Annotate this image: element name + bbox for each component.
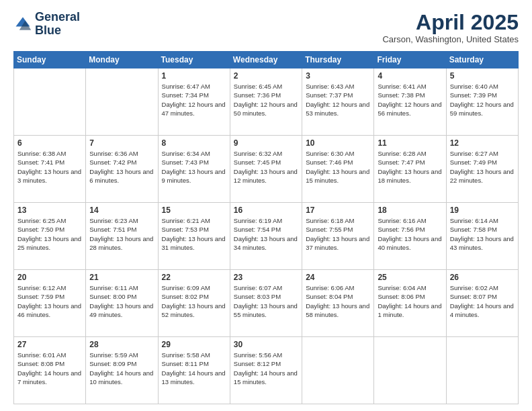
day-info: Sunrise: 6:01 AMSunset: 8:08 PMDaylight:… (17, 351, 82, 386)
day-info: Sunrise: 6:30 AMSunset: 7:46 PMDaylight:… (306, 149, 370, 185)
calendar-cell: 1Sunrise: 6:47 AMSunset: 7:34 PMDaylight… (158, 68, 230, 136)
calendar-cell: 20Sunrise: 6:12 AMSunset: 7:59 PMDayligh… (14, 270, 86, 337)
calendar-week-row: 6Sunrise: 6:38 AMSunset: 7:41 PMDaylight… (14, 136, 519, 203)
day-number: 19 (450, 205, 515, 215)
calendar-cell (14, 68, 86, 136)
logo-line1: General (35, 11, 80, 24)
calendar-cell: 29Sunrise: 5:58 AMSunset: 8:11 PMDayligh… (158, 337, 230, 404)
day-info: Sunrise: 6:14 AMSunset: 7:58 PMDaylight:… (450, 216, 515, 252)
day-info: Sunrise: 6:23 AMSunset: 7:51 PMDaylight:… (89, 216, 154, 252)
calendar-cell: 16Sunrise: 6:19 AMSunset: 7:54 PMDayligh… (230, 203, 302, 270)
day-info: Sunrise: 5:56 AMSunset: 8:12 PMDaylight:… (234, 351, 298, 386)
weekday-header: Sunday (14, 52, 86, 68)
calendar-cell: 22Sunrise: 6:09 AMSunset: 8:02 PMDayligh… (158, 270, 230, 337)
day-number: 1 (162, 71, 226, 81)
calendar-week-row: 27Sunrise: 6:01 AMSunset: 8:08 PMDayligh… (14, 337, 519, 404)
calendar-cell: 9Sunrise: 6:32 AMSunset: 7:45 PMDaylight… (230, 136, 302, 203)
header: General Blue April 2025 Carson, Washingt… (13, 11, 519, 44)
calendar-cell: 14Sunrise: 6:23 AMSunset: 7:51 PMDayligh… (86, 203, 158, 270)
day-info: Sunrise: 6:32 AMSunset: 7:45 PMDaylight:… (234, 149, 298, 185)
calendar-header: SundayMondayTuesdayWednesdayThursdayFrid… (14, 52, 519, 68)
day-number: 8 (162, 138, 226, 148)
weekday-header: Tuesday (158, 52, 230, 68)
day-info: Sunrise: 6:04 AMSunset: 8:06 PMDaylight:… (378, 283, 442, 319)
calendar-cell (374, 337, 446, 404)
day-number: 16 (234, 205, 298, 215)
day-info: Sunrise: 6:40 AMSunset: 7:39 PMDaylight:… (450, 82, 515, 118)
day-number: 20 (17, 273, 82, 282)
calendar-cell: 3Sunrise: 6:43 AMSunset: 7:37 PMDaylight… (302, 68, 374, 136)
logo-text: General Blue (35, 11, 80, 38)
logo-line2: Blue (35, 24, 80, 38)
day-number: 18 (378, 205, 442, 215)
day-number: 24 (306, 273, 370, 282)
day-info: Sunrise: 6:34 AMSunset: 7:43 PMDaylight:… (162, 149, 226, 185)
calendar-cell: 5Sunrise: 6:40 AMSunset: 7:39 PMDaylight… (446, 68, 518, 136)
day-number: 7 (89, 138, 154, 148)
day-number: 2 (234, 71, 298, 81)
day-info: Sunrise: 6:43 AMSunset: 7:37 PMDaylight:… (306, 82, 370, 118)
day-number: 29 (162, 340, 226, 349)
day-info: Sunrise: 6:16 AMSunset: 7:56 PMDaylight:… (378, 216, 442, 252)
day-number: 25 (378, 273, 442, 282)
month-title: April 2025 (382, 11, 519, 34)
day-number: 22 (162, 273, 226, 282)
day-number: 12 (450, 138, 515, 148)
weekday-header-row: SundayMondayTuesdayWednesdayThursdayFrid… (14, 52, 519, 68)
day-number: 4 (378, 71, 442, 81)
day-number: 21 (89, 273, 154, 282)
calendar-cell: 8Sunrise: 6:34 AMSunset: 7:43 PMDaylight… (158, 136, 230, 203)
day-info: Sunrise: 6:11 AMSunset: 8:00 PMDaylight:… (89, 283, 154, 319)
day-info: Sunrise: 6:28 AMSunset: 7:47 PMDaylight:… (378, 149, 442, 185)
day-info: Sunrise: 6:38 AMSunset: 7:41 PMDaylight:… (17, 149, 82, 185)
day-info: Sunrise: 6:06 AMSunset: 8:04 PMDaylight:… (306, 283, 370, 319)
day-info: Sunrise: 6:07 AMSunset: 8:03 PMDaylight:… (234, 283, 298, 319)
calendar-cell: 19Sunrise: 6:14 AMSunset: 7:58 PMDayligh… (446, 203, 518, 270)
calendar-week-row: 20Sunrise: 6:12 AMSunset: 7:59 PMDayligh… (14, 270, 519, 337)
day-info: Sunrise: 6:12 AMSunset: 7:59 PMDaylight:… (17, 283, 82, 319)
day-info: Sunrise: 5:59 AMSunset: 8:09 PMDaylight:… (89, 351, 154, 386)
day-info: Sunrise: 6:27 AMSunset: 7:49 PMDaylight:… (450, 149, 515, 185)
day-number: 5 (450, 71, 515, 81)
calendar-cell (86, 68, 158, 136)
calendar-cell: 18Sunrise: 6:16 AMSunset: 7:56 PMDayligh… (374, 203, 446, 270)
day-number: 30 (234, 340, 298, 349)
day-number: 23 (234, 273, 298, 282)
day-info: Sunrise: 6:18 AMSunset: 7:55 PMDaylight:… (306, 216, 370, 252)
day-number: 17 (306, 205, 370, 215)
calendar-cell: 17Sunrise: 6:18 AMSunset: 7:55 PMDayligh… (302, 203, 374, 270)
calendar-cell: 30Sunrise: 5:56 AMSunset: 8:12 PMDayligh… (230, 337, 302, 404)
day-number: 14 (89, 205, 154, 215)
day-info: Sunrise: 5:58 AMSunset: 8:11 PMDaylight:… (162, 351, 226, 386)
calendar-cell: 24Sunrise: 6:06 AMSunset: 8:04 PMDayligh… (302, 270, 374, 337)
calendar: SundayMondayTuesdayWednesdayThursdayFrid… (13, 51, 519, 404)
weekday-header: Saturday (446, 52, 518, 68)
page: General Blue April 2025 Carson, Washingt… (0, 0, 532, 411)
title-section: April 2025 Carson, Washington, United St… (382, 11, 519, 44)
calendar-cell (302, 337, 374, 404)
weekday-header: Monday (86, 52, 158, 68)
day-info: Sunrise: 6:45 AMSunset: 7:36 PMDaylight:… (234, 82, 298, 118)
day-info: Sunrise: 6:21 AMSunset: 7:53 PMDaylight:… (162, 216, 226, 252)
day-number: 28 (89, 340, 154, 349)
location: Carson, Washington, United States (382, 34, 519, 44)
calendar-week-row: 13Sunrise: 6:25 AMSunset: 7:50 PMDayligh… (14, 203, 519, 270)
calendar-cell: 28Sunrise: 5:59 AMSunset: 8:09 PMDayligh… (86, 337, 158, 404)
calendar-cell (446, 337, 518, 404)
calendar-cell: 11Sunrise: 6:28 AMSunset: 7:47 PMDayligh… (374, 136, 446, 203)
day-number: 26 (450, 273, 515, 282)
logo-icon (13, 15, 32, 34)
weekday-header: Thursday (302, 52, 374, 68)
calendar-cell: 2Sunrise: 6:45 AMSunset: 7:36 PMDaylight… (230, 68, 302, 136)
calendar-cell: 13Sunrise: 6:25 AMSunset: 7:50 PMDayligh… (14, 203, 86, 270)
day-info: Sunrise: 6:09 AMSunset: 8:02 PMDaylight:… (162, 283, 226, 319)
day-number: 10 (306, 138, 370, 148)
calendar-cell: 6Sunrise: 6:38 AMSunset: 7:41 PMDaylight… (14, 136, 86, 203)
weekday-header: Friday (374, 52, 446, 68)
day-info: Sunrise: 6:47 AMSunset: 7:34 PMDaylight:… (162, 82, 226, 118)
day-number: 3 (306, 71, 370, 81)
calendar-cell: 12Sunrise: 6:27 AMSunset: 7:49 PMDayligh… (446, 136, 518, 203)
calendar-week-row: 1Sunrise: 6:47 AMSunset: 7:34 PMDaylight… (14, 68, 519, 136)
day-number: 6 (17, 138, 82, 148)
calendar-cell: 10Sunrise: 6:30 AMSunset: 7:46 PMDayligh… (302, 136, 374, 203)
